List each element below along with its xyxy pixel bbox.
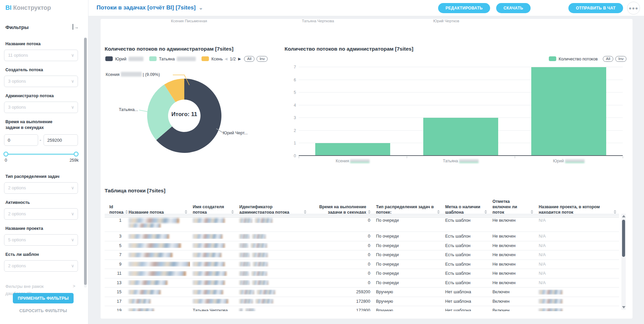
- table-row-5[interactable]: 50По очередиЕсть шаблонНе включенN/A: [105, 241, 619, 251]
- table-row-19[interactable]: 19Татьяна Черткова172800ВручнуюНет шабло…: [105, 306, 619, 311]
- redacted-surname: [565, 159, 585, 163]
- table-scrollbar[interactable]: [621, 214, 626, 310]
- has-template-select[interactable]: 2 options∨: [4, 260, 78, 272]
- scroll-down-icon[interactable]: [622, 306, 625, 308]
- legend-swatch[interactable]: [549, 56, 556, 61]
- redacted-surname: [121, 72, 142, 77]
- flow-name-select[interactable]: 11 options∨: [4, 50, 78, 61]
- table-cell: [237, 299, 309, 304]
- edit-button[interactable]: РЕДАКТИРОВАТЬ: [438, 3, 490, 13]
- chevron-down-icon: ∨: [71, 50, 74, 61]
- redacted-cell-content: [193, 262, 225, 267]
- redacted-cell-content: [239, 234, 249, 239]
- table-row-1[interactable]: 10По очередиЕсть шаблонНе включенN/A: [105, 216, 619, 232]
- table-cell: 0: [309, 243, 373, 248]
- table-row-13[interactable]: 130По очередиЕсть шаблонНе включенN/A: [105, 278, 619, 288]
- table-cell: 0: [309, 234, 373, 239]
- legend-label[interactable]: Количество потоков: [559, 57, 598, 61]
- legend-label[interactable]: Ксень: [211, 57, 223, 61]
- table-row-3[interactable]: 30По очередиЕсть шаблонНе включенN/A: [105, 232, 619, 241]
- bar-legend: Количество потоков AllInv: [549, 56, 626, 63]
- table-cell: 0: [309, 280, 373, 285]
- collapse-sidebar-icon[interactable]: ←: [73, 24, 79, 30]
- redacted-surname: [129, 57, 143, 61]
- y-tick-label: 0: [294, 154, 296, 158]
- redacted-cell-content: [239, 218, 252, 223]
- legend-prev-icon[interactable]: ◀: [225, 57, 227, 61]
- table-cell: [126, 243, 190, 248]
- table-cell: Не включен: [490, 234, 536, 239]
- legend-label[interactable]: Татьяна: [159, 57, 175, 61]
- time-from-input[interactable]: [4, 134, 38, 146]
- table-cell: Не включен: [490, 216, 536, 223]
- slider-handle-max[interactable]: [74, 152, 79, 157]
- y-tick-label: 2: [294, 128, 296, 133]
- scrolled-axis-label: Ксения Письменная: [171, 19, 207, 23]
- table-row-11[interactable]: 110По очередиЕсть шаблонНе включенN/A: [105, 269, 619, 278]
- project-name-select[interactable]: 5 options∨: [4, 234, 78, 246]
- bar-segment-2[interactable]: [531, 67, 606, 155]
- reset-filters-button[interactable]: СБРОСИТЬ ФИЛЬТРЫ: [0, 308, 86, 313]
- table-cell: 0: [309, 252, 373, 257]
- legend-next-icon[interactable]: ▶: [238, 57, 241, 61]
- legend-all-button[interactable]: All: [244, 56, 254, 62]
- table-cell: 0: [309, 216, 373, 223]
- legend-swatch[interactable]: [202, 56, 209, 61]
- legend-inv-button[interactable]: Inv: [615, 56, 626, 62]
- filter-label-flow-name: Название потока: [5, 41, 41, 47]
- redacted-surname: [350, 159, 370, 163]
- legend-swatch[interactable]: [149, 56, 157, 61]
- table-cell: Не включен: [490, 252, 536, 257]
- y-tick-label: 1: [294, 141, 296, 145]
- sidebar-scrollbar-thumb[interactable]: [84, 38, 87, 285]
- scroll-up-icon[interactable]: [622, 215, 625, 217]
- apply-filters-button[interactable]: ПРИМЕНИТЬ ФИЛЬТРЫ: [13, 293, 74, 303]
- table-row-7[interactable]: 70По очередиЕсть шаблонНе включенN/A: [105, 250, 619, 260]
- legend-page-indicator: 1/2: [230, 57, 236, 61]
- x-axis-line: [299, 155, 623, 156]
- distribution-type-select[interactable]: 2 options∨: [4, 182, 78, 194]
- slider-handle-min[interactable]: [3, 152, 8, 157]
- table-cell: [126, 216, 190, 228]
- table-scrollbar-thumb[interactable]: [622, 220, 625, 257]
- table-cell: По очереди: [373, 234, 442, 239]
- callout-percent: (9.09%): [145, 72, 160, 77]
- more-options-button[interactable]: ●●●: [627, 2, 640, 15]
- legend-inv-button[interactable]: Inv: [257, 56, 268, 62]
- table-cell: Нет шаблона: [442, 290, 490, 294]
- report-title-dropdown[interactable]: Потоки в задачах [отчёт BI] [7sites]⌄: [97, 4, 203, 11]
- bar-segment-0[interactable]: [315, 143, 390, 155]
- redacted-cell-content: [239, 290, 254, 295]
- bar-segment-1[interactable]: [423, 118, 498, 155]
- table-cell: [237, 234, 309, 239]
- activity-select[interactable]: 2 options∨: [4, 208, 78, 220]
- table-cell: 259200: [309, 290, 373, 294]
- flow-creator-select[interactable]: 3 options∨: [4, 76, 78, 87]
- table-row-9[interactable]: 90По очередиЕсть шаблонНе включенN/A: [105, 260, 619, 269]
- table-cell: 3: [105, 234, 126, 239]
- legend-all-button[interactable]: All: [603, 56, 613, 62]
- redacted-cell-content: [239, 299, 253, 304]
- legend-label[interactable]: Юрий: [115, 57, 127, 61]
- legend-swatch[interactable]: [105, 56, 113, 61]
- table-cell: Включен: [490, 308, 536, 311]
- time-range-slider[interactable]: [4, 154, 78, 155]
- redacted-cell-content: [193, 280, 225, 285]
- table-cell: [190, 252, 237, 258]
- table-cell: [190, 290, 237, 295]
- table-cell: [126, 280, 190, 285]
- time-to-input[interactable]: [44, 134, 78, 146]
- sidebar-scrollbar[interactable]: [84, 37, 87, 288]
- flow-admin-select[interactable]: 3 options∨: [4, 102, 78, 113]
- table-cell: [190, 243, 237, 248]
- bar-chart-plot: [299, 67, 623, 156]
- send-to-chat-button[interactable]: ОТПРАВИТЬ В ЧАТ: [568, 3, 623, 13]
- select-value: 2 options: [8, 211, 26, 216]
- table-row-15[interactable]: 15259200ВручнуюНет шаблонаВключен: [105, 288, 619, 297]
- select-value: 2 options: [8, 263, 26, 268]
- redacted-surname: [177, 57, 196, 61]
- table-cell: [126, 262, 190, 267]
- table-row-17[interactable]: 17172800ВручнуюНет шаблонаВключен: [105, 297, 619, 306]
- download-button[interactable]: СКАЧАТЬ: [496, 3, 531, 13]
- table-cell: 17: [105, 299, 126, 304]
